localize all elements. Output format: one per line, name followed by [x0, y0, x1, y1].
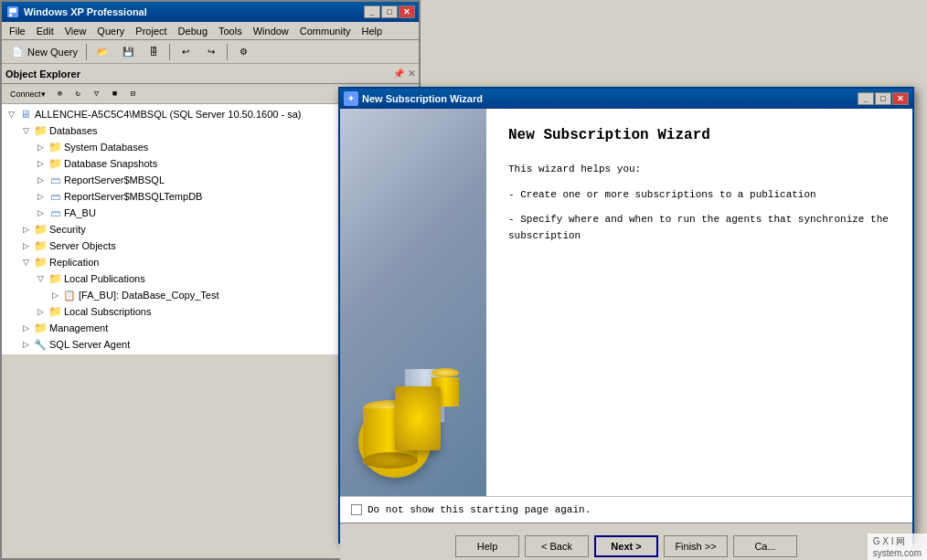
replication-icon: 📁 [33, 255, 48, 269]
localsub-icon: 📁 [48, 304, 62, 319]
agent-toggle[interactable]: ▷ [18, 337, 33, 352]
toolbar-separator-2 [169, 44, 170, 60]
menu-help[interactable]: Help [356, 24, 388, 38]
next-button[interactable]: Next > [594, 535, 658, 557]
refresh-button[interactable]: ↻ [70, 86, 87, 102]
new-query-button[interactable]: 📄 New Query [5, 42, 82, 62]
finish-button[interactable]: Finish >> [664, 535, 728, 557]
fabu-icon: 🗃 [48, 206, 62, 220]
object-explorer-title: Object Explorer [5, 69, 80, 79]
databases-label: Databases [49, 125, 98, 136]
watermark-text1: G X I 网 [873, 536, 906, 546]
localsub-toggle[interactable]: ▷ [33, 304, 48, 319]
wizard-right-panel: New Subscription Wizard This wizard help… [486, 109, 912, 496]
reporttempdb-toggle[interactable]: ▷ [33, 189, 48, 204]
back-button[interactable]: < Back [525, 535, 589, 557]
security-icon: 📁 [33, 222, 48, 237]
wizard-desc-point1: - Create one or more subscriptions to a … [508, 187, 890, 204]
menu-window[interactable]: Window [248, 24, 294, 38]
security-label: Security [49, 224, 86, 235]
small-cyl-body [432, 377, 459, 407]
close-button[interactable]: ✕ [399, 5, 415, 18]
sysdb-label: System Databases [64, 142, 148, 153]
save-all-button[interactable]: 🗄 [142, 42, 165, 62]
menu-query[interactable]: Query [91, 24, 130, 38]
menu-file[interactable]: File [4, 24, 31, 38]
snapshots-toggle[interactable]: ▷ [33, 156, 48, 171]
save-all-icon: 🗄 [146, 45, 161, 59]
servobj-label: Server Objects [49, 240, 116, 251]
sysdb-toggle[interactable]: ▷ [33, 140, 48, 154]
agent-label: SQL Server Agent [49, 339, 130, 350]
wizard-main-title: New Subscription Wizard [508, 127, 890, 143]
publication-label: [FA_BU]: DataBase_Copy_Test [79, 290, 218, 301]
cancel-button[interactable]: Ca... [733, 535, 797, 557]
open-file-button[interactable]: 📂 [91, 42, 114, 62]
help-button[interactable]: Help [455, 535, 519, 557]
reporttempdb-icon: 🗃 [48, 189, 62, 204]
menu-debug[interactable]: Debug [173, 24, 213, 38]
reportserver-toggle[interactable]: ▷ [33, 173, 48, 187]
svg-rect-1 [9, 8, 16, 13]
properties-button[interactable]: ⚙ [231, 42, 255, 62]
servobj-toggle[interactable]: ▷ [18, 238, 33, 253]
wizard-title-text: New Subscription Wizard [362, 93, 858, 104]
small-cyl-top [432, 368, 459, 377]
wizard-desc-point2: - Specify where and when to run the agen… [508, 212, 890, 244]
wizard-close-button[interactable]: ✕ [892, 92, 909, 105]
fabu-toggle[interactable]: ▷ [33, 206, 48, 220]
mgmt-icon: 📁 [33, 321, 48, 335]
dont-show-checkbox[interactable] [351, 504, 362, 515]
databases-toggle[interactable]: ▽ [18, 123, 33, 138]
databases-folder-icon: 📁 [33, 123, 48, 138]
security-toggle[interactable]: ▷ [18, 222, 33, 237]
wizard-image-panel [340, 109, 486, 496]
servobj-icon: 📁 [33, 238, 48, 253]
mgmt-toggle[interactable]: ▷ [18, 321, 33, 335]
object-explorer-header: Object Explorer 📌 ✕ [2, 64, 419, 84]
snapshots-label: Database Snapshots [64, 158, 157, 169]
ssms-title-text: Windows XP Professional [24, 6, 364, 17]
wizard-desc-intro: This wizard helps you: [508, 162, 890, 178]
connect-button[interactable]: Connect ▾ [5, 86, 50, 102]
main-toolbar: 📄 New Query 📂 💾 🗄 ↩ ↪ ⚙ [2, 40, 419, 64]
reportserver-label: ReportServer$MBSQL [64, 174, 165, 185]
server-icon: 🖥 [18, 107, 33, 122]
menu-tools[interactable]: Tools [213, 24, 248, 38]
stop-button[interactable]: ■ [107, 86, 123, 102]
collapse-button[interactable]: ⊟ [125, 86, 142, 102]
reporttempdb-label: ReportServer$MBSQLTempDB [64, 191, 202, 202]
menu-edit[interactable]: Edit [31, 24, 59, 38]
menu-community[interactable]: Community [294, 24, 357, 38]
server-toggle[interactable]: ▽ [4, 107, 18, 122]
localpub-label: Local Publications [64, 273, 145, 284]
close-panel-icon[interactable]: ✕ [408, 69, 415, 79]
wizard-content-area: New Subscription Wizard This wizard help… [340, 109, 912, 496]
replication-toggle[interactable]: ▽ [18, 255, 33, 269]
svg-rect-2 [9, 14, 12, 16]
redo-button[interactable]: ↪ [199, 42, 223, 62]
localpub-toggle[interactable]: ▽ [33, 271, 48, 286]
properties-icon: ⚙ [236, 45, 250, 59]
ssms-window-controls: _ □ ✕ [364, 5, 415, 18]
cylinder-bottom [363, 452, 418, 469]
wizard-minimize-button[interactable]: _ [858, 92, 874, 105]
publication-toggle[interactable]: ▷ [48, 288, 62, 302]
undo-button[interactable]: ↩ [174, 42, 197, 62]
toolbar-separator-3 [227, 44, 228, 60]
wizard-title-bar: ✦ New Subscription Wizard _ □ ✕ [340, 89, 912, 109]
menu-view[interactable]: View [59, 24, 92, 38]
publication-icon: 📋 [62, 288, 77, 302]
wizard-description: This wizard helps you: - Create one or m… [508, 162, 890, 253]
menu-project[interactable]: Project [130, 24, 172, 38]
dont-show-label: Do not show this starting page again. [368, 504, 591, 515]
maximize-button[interactable]: □ [381, 5, 398, 18]
menu-bar: File Edit View Query Project Debug Tools… [2, 22, 419, 40]
minimize-button[interactable]: _ [364, 5, 380, 18]
wizard-maximize-button[interactable]: □ [875, 92, 891, 105]
save-button[interactable]: 💾 [116, 42, 140, 62]
localpub-icon: 📁 [48, 271, 62, 286]
sysdb-icon: 📁 [48, 140, 62, 154]
filter-button[interactable]: ▽ [89, 86, 105, 102]
disconnect-button[interactable]: ⊗ [52, 86, 69, 102]
